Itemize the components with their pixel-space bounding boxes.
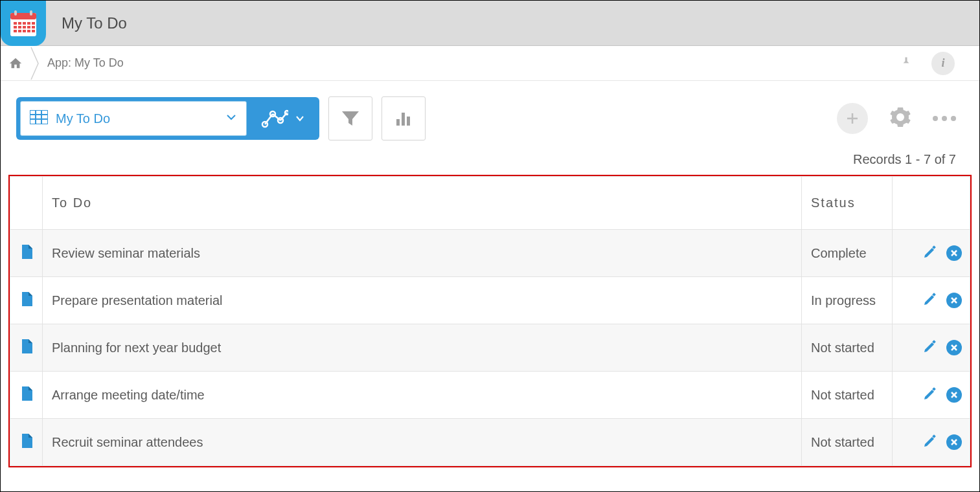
delete-button[interactable] bbox=[946, 387, 962, 403]
records-table: To Do Status Review seminar materialsCom… bbox=[10, 176, 970, 466]
svg-rect-42 bbox=[932, 340, 936, 344]
svg-rect-45 bbox=[932, 387, 936, 391]
add-record-button[interactable] bbox=[837, 103, 868, 134]
records-count: Records 1 - 7 of 7 bbox=[1, 152, 979, 175]
view-selector[interactable]: My To Do bbox=[20, 101, 247, 136]
delete-button[interactable] bbox=[946, 340, 962, 355]
svg-rect-2 bbox=[14, 10, 17, 16]
info-icon: i bbox=[941, 56, 944, 70]
row-todo-cell: Recruit seminar attendees bbox=[43, 419, 802, 466]
breadcrumb: App: My To Do i bbox=[1, 46, 979, 81]
table-row[interactable]: Arrange meeting date/timeNot started bbox=[10, 372, 970, 419]
delete-button[interactable] bbox=[946, 245, 962, 261]
edit-button[interactable] bbox=[923, 245, 937, 262]
records-table-wrap: To Do Status Review seminar materialsCom… bbox=[8, 175, 972, 467]
home-button[interactable] bbox=[1, 46, 30, 80]
table-row[interactable]: Review seminar materialsComplete bbox=[10, 230, 970, 277]
pin-button[interactable] bbox=[900, 56, 912, 71]
breadcrumb-separator-icon bbox=[30, 46, 41, 81]
row-status-cell: Not started bbox=[802, 324, 893, 372]
row-status-cell: In progress bbox=[802, 277, 893, 324]
row-status-cell: Not started bbox=[802, 372, 893, 419]
app-icon-calendar bbox=[1, 1, 46, 46]
svg-rect-5 bbox=[18, 22, 21, 25]
row-actions-cell bbox=[893, 277, 970, 324]
svg-rect-32 bbox=[402, 113, 405, 126]
svg-rect-3 bbox=[30, 10, 32, 16]
edit-button[interactable] bbox=[923, 386, 937, 404]
more-button[interactable] bbox=[933, 116, 956, 121]
plus-icon bbox=[845, 111, 860, 126]
bar-chart-icon bbox=[393, 107, 415, 129]
row-todo-cell: Arrange meeting date/time bbox=[43, 372, 802, 419]
document-icon bbox=[21, 295, 32, 309]
svg-rect-13 bbox=[32, 26, 35, 28]
edit-button[interactable] bbox=[923, 434, 937, 451]
chart-button[interactable] bbox=[382, 96, 426, 140]
svg-rect-18 bbox=[32, 30, 35, 32]
toolbar: My To Do bbox=[1, 81, 979, 152]
document-icon bbox=[21, 247, 32, 262]
col-header-status[interactable]: Status bbox=[802, 177, 893, 230]
row-actions-cell bbox=[893, 230, 970, 277]
table-icon bbox=[30, 110, 48, 127]
dot-icon bbox=[942, 116, 947, 121]
funnel-icon bbox=[339, 107, 361, 129]
dot-icon bbox=[951, 116, 956, 121]
settings-button[interactable] bbox=[890, 107, 911, 130]
view-selector-label: My To Do bbox=[56, 111, 218, 126]
filter-button[interactable] bbox=[328, 96, 372, 140]
delete-button[interactable] bbox=[946, 434, 962, 450]
row-doc-icon-cell bbox=[10, 372, 43, 419]
col-header-icon bbox=[10, 177, 43, 230]
table-row[interactable]: Recruit seminar attendeesNot started bbox=[10, 419, 970, 466]
table-row[interactable]: Planning for next year budgetNot started bbox=[10, 324, 970, 372]
gear-icon bbox=[890, 107, 911, 128]
col-header-todo[interactable]: To Do bbox=[43, 177, 802, 230]
breadcrumb-text: App: My To Do bbox=[47, 56, 124, 70]
svg-rect-36 bbox=[932, 245, 936, 249]
app-header: My To Do bbox=[1, 1, 979, 46]
svg-rect-19 bbox=[30, 110, 48, 124]
row-status-cell: Complete bbox=[802, 230, 893, 277]
row-todo-cell: Review seminar materials bbox=[43, 230, 802, 277]
svg-rect-9 bbox=[14, 26, 17, 28]
svg-rect-12 bbox=[27, 26, 30, 28]
edit-button[interactable] bbox=[923, 339, 937, 357]
chevron-down-icon bbox=[225, 111, 237, 126]
svg-line-28 bbox=[265, 114, 273, 124]
document-icon bbox=[21, 389, 32, 403]
svg-rect-7 bbox=[27, 22, 30, 25]
info-button[interactable]: i bbox=[931, 52, 955, 75]
row-todo-cell: Prepare presentation material bbox=[43, 277, 802, 324]
svg-rect-17 bbox=[27, 30, 30, 32]
svg-rect-16 bbox=[23, 30, 26, 32]
row-actions-cell bbox=[893, 419, 970, 466]
svg-rect-10 bbox=[18, 26, 21, 28]
edit-button[interactable] bbox=[923, 292, 937, 309]
svg-rect-14 bbox=[14, 30, 17, 32]
row-doc-icon-cell bbox=[10, 324, 43, 372]
svg-line-29 bbox=[273, 114, 280, 120]
graph-view-button[interactable] bbox=[251, 101, 315, 136]
delete-button[interactable] bbox=[946, 293, 962, 308]
row-actions-cell bbox=[893, 372, 970, 419]
table-row[interactable]: Prepare presentation materialIn progress bbox=[10, 277, 970, 324]
svg-rect-48 bbox=[932, 434, 936, 438]
svg-rect-15 bbox=[18, 30, 21, 32]
app-title: My To Do bbox=[62, 14, 127, 32]
svg-rect-31 bbox=[396, 119, 400, 126]
svg-rect-8 bbox=[32, 22, 35, 25]
document-icon bbox=[21, 342, 32, 356]
row-doc-icon-cell bbox=[10, 419, 43, 466]
svg-rect-39 bbox=[932, 293, 936, 296]
row-status-cell: Not started bbox=[802, 419, 893, 466]
svg-rect-11 bbox=[23, 26, 26, 28]
row-actions-cell bbox=[893, 324, 970, 372]
view-group: My To Do bbox=[16, 97, 319, 140]
document-icon bbox=[21, 436, 32, 451]
row-doc-icon-cell bbox=[10, 230, 43, 277]
svg-rect-4 bbox=[14, 22, 17, 25]
svg-rect-6 bbox=[23, 22, 26, 25]
row-doc-icon-cell bbox=[10, 277, 43, 324]
